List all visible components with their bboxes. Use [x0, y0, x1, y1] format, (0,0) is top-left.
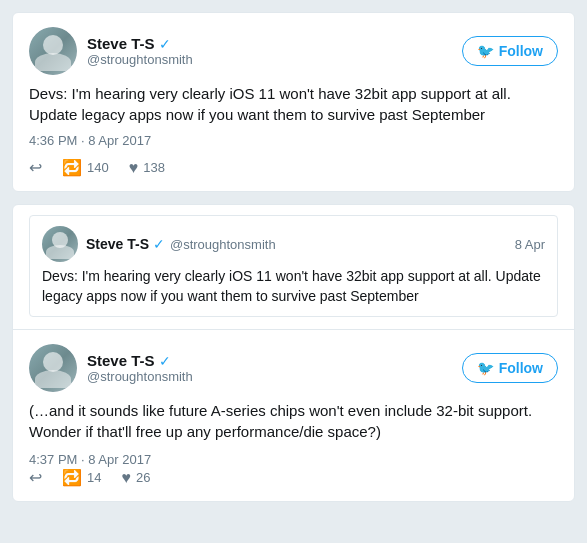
- tweet-card-2: Steve T-S ✓ @stroughtonsmith 8 Apr Devs:…: [12, 204, 575, 502]
- tweet-header-1: Steve T-S ✓ @stroughtonsmith 🐦 Follow: [29, 27, 558, 75]
- retweet-icon-2: 🔁: [62, 468, 82, 487]
- tweet-header-2: Steve T-S ✓ @stroughtonsmith 🐦 Follow: [29, 344, 558, 392]
- like-icon-2: ♥: [121, 469, 131, 487]
- verified-icon-2: ✓: [159, 353, 171, 369]
- follow-button-1[interactable]: 🐦 Follow: [462, 36, 558, 66]
- tweet-text-2: (…and it sounds like future A-series chi…: [29, 400, 558, 442]
- user-meta-1: Steve T-S ✓ @stroughtonsmith: [87, 35, 193, 67]
- user-name-2: Steve T-S: [87, 352, 155, 369]
- avatar-img-2: [29, 344, 77, 392]
- retweet-button-1[interactable]: 🔁 140: [62, 158, 109, 177]
- user-handle-2: @stroughtonsmith: [87, 369, 193, 384]
- like-icon-1: ♥: [129, 159, 139, 177]
- avatar-quoted: [42, 226, 78, 262]
- reply-button-1[interactable]: ↩: [29, 158, 42, 177]
- avatar-2: [29, 344, 77, 392]
- avatar-1: [29, 27, 77, 75]
- follow-label-1: Follow: [499, 43, 543, 59]
- quoted-header: Steve T-S ✓ @stroughtonsmith 8 Apr: [42, 226, 545, 262]
- verified-icon-quoted: ✓: [153, 236, 165, 252]
- twitter-bird-icon-1: 🐦: [477, 43, 494, 59]
- tweet-main-1: Steve T-S ✓ @stroughtonsmith 🐦 Follow De…: [29, 27, 558, 177]
- quoted-date: 8 Apr: [515, 237, 545, 252]
- reply-icon-2: ↩: [29, 468, 42, 487]
- follow-button-2[interactable]: 🐦 Follow: [462, 353, 558, 383]
- like-count-2: 26: [136, 470, 150, 485]
- quoted-handle: @stroughtonsmith: [170, 237, 276, 252]
- tweet-timestamp-2: 4:37 PM · 8 Apr 2017: [29, 452, 151, 467]
- follow-label-2: Follow: [499, 360, 543, 376]
- tweet-card-1: Steve T-S ✓ @stroughtonsmith 🐦 Follow De…: [12, 12, 575, 192]
- user-name-1: Steve T-S: [87, 35, 155, 52]
- tweet-timestamp-1: 4:36 PM · 8 Apr 2017: [29, 133, 558, 148]
- user-meta-2: Steve T-S ✓ @stroughtonsmith: [87, 352, 193, 384]
- retweet-icon-1: 🔁: [62, 158, 82, 177]
- retweet-count-1: 140: [87, 160, 109, 175]
- user-name-row-2: Steve T-S ✓: [87, 352, 193, 369]
- second-tweet-section: Steve T-S ✓ @stroughtonsmith 🐦 Follow (……: [13, 329, 574, 501]
- quoted-user-name: Steve T-S: [86, 236, 149, 252]
- tweet-actions-2: ↩ 🔁 14 ♥ 26: [29, 468, 558, 487]
- quoted-tweet: Steve T-S ✓ @stroughtonsmith 8 Apr Devs:…: [29, 215, 558, 317]
- retweet-button-2[interactable]: 🔁 14: [62, 468, 101, 487]
- like-count-1: 138: [143, 160, 165, 175]
- quoted-user-meta: Steve T-S ✓ @stroughtonsmith: [86, 235, 276, 253]
- reply-button-2[interactable]: ↩: [29, 468, 42, 487]
- twitter-bird-icon-2: 🐦: [477, 360, 494, 376]
- like-button-1[interactable]: ♥ 138: [129, 159, 165, 177]
- avatar-img-1: [29, 27, 77, 75]
- user-info-1: Steve T-S ✓ @stroughtonsmith: [29, 27, 193, 75]
- user-name-row-1: Steve T-S ✓: [87, 35, 193, 52]
- like-button-2[interactable]: ♥ 26: [121, 469, 150, 487]
- user-handle-1: @stroughtonsmith: [87, 52, 193, 67]
- reply-icon-1: ↩: [29, 158, 42, 177]
- quoted-text: Devs: I'm hearing very clearly iOS 11 wo…: [42, 267, 545, 306]
- tweet-text-1: Devs: I'm hearing very clearly iOS 11 wo…: [29, 83, 558, 125]
- retweet-count-2: 14: [87, 470, 101, 485]
- user-info-2: Steve T-S ✓ @stroughtonsmith: [29, 344, 193, 392]
- tweet-actions-1: ↩ 🔁 140 ♥ 138: [29, 158, 558, 177]
- verified-icon-1: ✓: [159, 36, 171, 52]
